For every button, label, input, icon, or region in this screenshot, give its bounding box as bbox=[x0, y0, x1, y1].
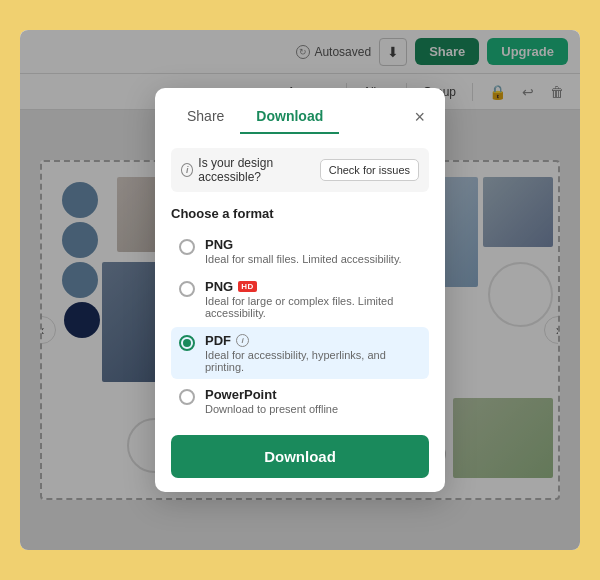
format-desc-powerpoint: Download to present offline bbox=[205, 403, 338, 415]
format-name-powerpoint: PowerPoint bbox=[205, 387, 338, 402]
format-desc-png: Ideal for small files. Limited accessibi… bbox=[205, 253, 402, 265]
accessibility-banner: i Is your design accessible? Check for i… bbox=[171, 148, 429, 192]
format-option-png[interactable]: PNG Ideal for small files. Limited acces… bbox=[171, 231, 429, 271]
accessibility-text: i Is your design accessible? bbox=[181, 156, 320, 184]
radio-png[interactable] bbox=[179, 239, 195, 255]
modal-tabs: Share Download bbox=[171, 100, 339, 134]
modal-header: Share Download × bbox=[155, 88, 445, 134]
modal-overlay: Share Download × i Is your design access… bbox=[20, 30, 580, 550]
format-name-pdf: PDF i bbox=[205, 333, 421, 348]
format-info-png-hd: PNG HD Ideal for large or complex files.… bbox=[205, 279, 421, 319]
hd-badge: HD bbox=[238, 281, 257, 292]
radio-png-hd[interactable] bbox=[179, 281, 195, 297]
download-main-button[interactable]: Download bbox=[171, 435, 429, 478]
app-chrome: ↻ Autosaved ⬇ Share Upgrade Arrange Alig… bbox=[20, 30, 580, 550]
format-info-png: PNG Ideal for small files. Limited acces… bbox=[205, 237, 402, 265]
radio-powerpoint[interactable] bbox=[179, 389, 195, 405]
format-name-png-hd: PNG HD bbox=[205, 279, 421, 294]
pdf-info-icon[interactable]: i bbox=[236, 334, 249, 347]
format-info-pdf: PDF i Ideal for accessibility, hyperlink… bbox=[205, 333, 421, 373]
format-section-label: Choose a format bbox=[171, 206, 429, 221]
format-option-png-hd[interactable]: PNG HD Ideal for large or complex files.… bbox=[171, 273, 429, 325]
radio-pdf-inner bbox=[183, 339, 191, 347]
modal-body: i Is your design accessible? Check for i… bbox=[155, 134, 445, 492]
tab-download[interactable]: Download bbox=[240, 100, 339, 134]
download-modal: Share Download × i Is your design access… bbox=[155, 88, 445, 492]
format-name-png: PNG bbox=[205, 237, 402, 252]
format-option-pdf[interactable]: PDF i Ideal for accessibility, hyperlink… bbox=[171, 327, 429, 379]
modal-close-button[interactable]: × bbox=[410, 104, 429, 130]
radio-pdf[interactable] bbox=[179, 335, 195, 351]
tab-share[interactable]: Share bbox=[171, 100, 240, 134]
accessibility-question: Is your design accessible? bbox=[198, 156, 319, 184]
format-desc-pdf: Ideal for accessibility, hyperlinks, and… bbox=[205, 349, 421, 373]
format-desc-png-hd: Ideal for large or complex files. Limite… bbox=[205, 295, 421, 319]
accessibility-info-icon: i bbox=[181, 163, 193, 177]
format-option-powerpoint[interactable]: PowerPoint Download to present offline bbox=[171, 381, 429, 421]
check-issues-button[interactable]: Check for issues bbox=[320, 159, 419, 181]
format-info-powerpoint: PowerPoint Download to present offline bbox=[205, 387, 338, 415]
